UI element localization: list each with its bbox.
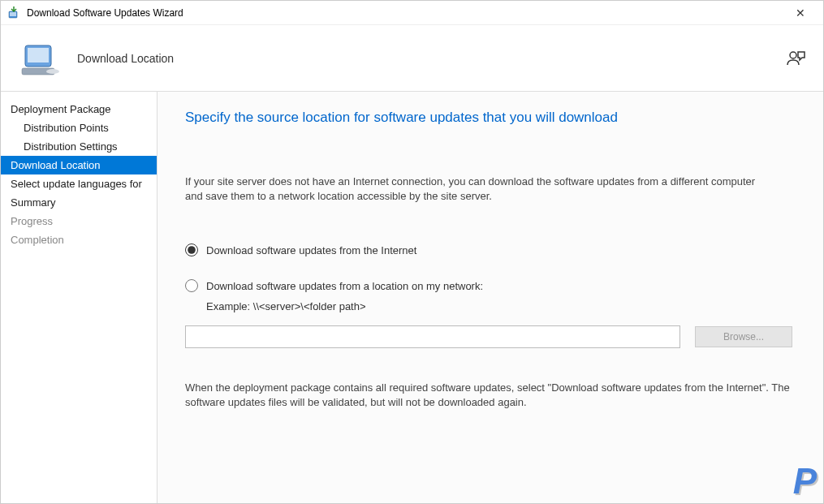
window-title: Download Software Updates Wizard — [27, 7, 784, 19]
sidebar-item-summary[interactable]: Summary — [1, 193, 157, 212]
sidebar-item-completion: Completion — [1, 230, 157, 249]
sidebar-item-label: Deployment Package — [11, 103, 111, 115]
svg-rect-1 — [10, 12, 16, 16]
wizard-header: Download Location — [1, 25, 823, 92]
titlebar: Download Software Updates Wizard ✕ — [1, 1, 823, 25]
wizard-steps-sidebar: Deployment Package Distribution Points D… — [1, 92, 157, 504]
sidebar-item-label: Summary — [11, 196, 56, 209]
option-network-row[interactable]: Download software updates from a locatio… — [185, 279, 796, 292]
page-title: Download Location — [77, 52, 784, 65]
sidebar-item-deployment-package[interactable]: Deployment Package — [1, 100, 157, 118]
app-icon — [7, 6, 20, 19]
sidebar-item-distribution-points[interactable]: Distribution Points — [1, 118, 157, 137]
content-intro: If your site server does not have an Int… — [185, 174, 770, 203]
option-network-radio[interactable] — [185, 279, 198, 292]
sidebar-item-label: Progress — [11, 215, 53, 227]
example-text: Example: \\<server>\<folder path> — [206, 300, 796, 312]
sidebar-item-languages[interactable]: Select update languages for — [1, 174, 157, 193]
user-feedback-icon[interactable] — [784, 47, 807, 70]
close-button[interactable]: ✕ — [784, 6, 817, 19]
svg-point-5 — [46, 69, 59, 74]
computer-download-icon — [17, 36, 63, 81]
option-internet-label: Download software updates from the Inter… — [206, 244, 416, 256]
sidebar-item-label: Download Location — [11, 159, 101, 171]
content-heading: Specify the source location for software… — [185, 110, 796, 126]
sidebar-item-label: Distribution Settings — [24, 140, 118, 153]
svg-rect-3 — [28, 48, 49, 62]
sidebar-item-label: Distribution Points — [24, 122, 109, 134]
watermark: P — [793, 461, 817, 502]
option-network-label: Download software updates from a locatio… — [206, 280, 483, 292]
content-note: When the deployment package contains all… — [185, 381, 796, 409]
sidebar-item-progress: Progress — [1, 212, 157, 230]
wizard-content: Specify the source location for software… — [157, 92, 823, 504]
browse-button-label: Browse... — [723, 331, 764, 342]
path-row: Browse... — [185, 325, 796, 348]
sidebar-item-download-location[interactable]: Download Location — [1, 156, 157, 174]
network-path-input[interactable] — [185, 325, 680, 348]
sidebar-item-label: Select update languages for — [11, 178, 142, 190]
option-internet-row[interactable]: Download software updates from the Inter… — [185, 243, 796, 256]
svg-point-6 — [790, 52, 796, 58]
sidebar-item-distribution-settings[interactable]: Distribution Settings — [1, 137, 157, 156]
browse-button: Browse... — [695, 326, 792, 347]
option-internet-radio[interactable] — [185, 243, 198, 256]
sidebar-item-label: Completion — [11, 234, 64, 246]
